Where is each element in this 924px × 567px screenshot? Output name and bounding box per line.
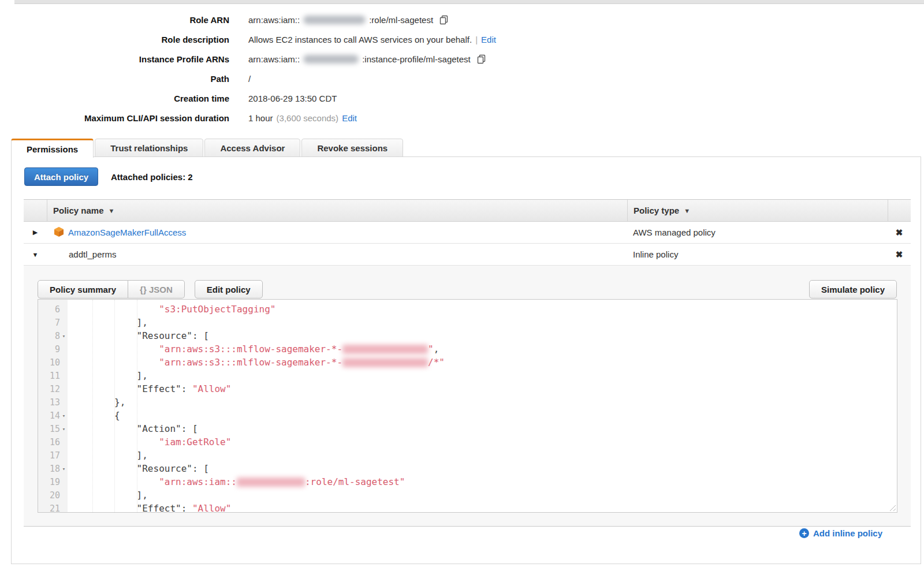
indent-guide	[114, 300, 115, 512]
code-line: "arn:aws:s3:::mlflow-sagemaker-*-/*"	[70, 356, 897, 369]
code-line: "arn:aws:s3:::mlflow-sagemaker-*-",	[70, 342, 897, 356]
gutter-line: 14▾	[38, 409, 68, 422]
gutter-line: 12	[38, 382, 68, 396]
plus-circle-icon: +	[799, 528, 809, 538]
edit-session-duration-link[interactable]: Edit	[342, 113, 357, 123]
code-line: ],	[70, 488, 897, 502]
sort-arrow-icon: ▼	[109, 207, 115, 214]
simulate-policy-button[interactable]: Simulate policy	[809, 280, 897, 299]
fold-arrow-icon[interactable]: ▾	[60, 333, 68, 339]
redacted-code	[237, 478, 305, 487]
instance-profile-label: Instance Profile ARNs	[0, 54, 229, 64]
redacted-account-id	[303, 16, 366, 24]
detail-row-role-description: Role description Allows EC2 instances to…	[0, 29, 924, 49]
gutter-line: 19	[38, 475, 68, 488]
code-line: "Resource": [	[70, 329, 897, 342]
gutter-line: 13	[38, 396, 68, 409]
gutter-line: 11	[38, 369, 68, 382]
policy-link[interactable]: AmazonSageMakerFullAccess	[68, 227, 186, 237]
tab-trust-relationships[interactable]: Trust relationships	[95, 139, 203, 157]
indent-guide	[137, 300, 137, 512]
attached-policies-count: Attached policies: 2	[111, 172, 193, 182]
code-line: "Resource": [	[70, 462, 897, 475]
remove-column-header	[888, 200, 911, 221]
policy-type-cell: AWS managed policy	[627, 227, 888, 237]
tab-permissions[interactable]: Permissions	[11, 139, 94, 158]
policy-view-switcher: Policy summary {} JSON Edit policy	[38, 280, 263, 299]
expand-toggle-expanded[interactable]: ▼	[24, 251, 47, 258]
policy-name-column-header[interactable]: Policy name▼	[47, 200, 627, 221]
code-line: ],	[70, 316, 897, 329]
edit-description-link[interactable]: Edit	[481, 35, 496, 44]
gutter-line: 17	[38, 449, 68, 462]
caret-down-icon: ▼	[32, 251, 39, 258]
indent-guide	[92, 300, 93, 512]
fold-arrow-icon[interactable]: ▾	[60, 413, 68, 419]
gutter-line: 18▾	[38, 462, 68, 475]
caret-right-icon: ▶	[33, 229, 38, 236]
gutter-line: 15▾	[38, 422, 68, 435]
json-view-button[interactable]: {} JSON	[128, 280, 185, 299]
detail-row-session-duration: Maximum CLI/API session duration 1 hour(…	[0, 108, 924, 128]
copy-icon[interactable]	[439, 15, 449, 25]
fold-arrow-icon[interactable]: ▾	[60, 426, 68, 432]
detail-row-creation-time: Creation time 2018-06-29 13:50 CDT	[0, 88, 924, 108]
table-row-managed-policy: ▶ AmazonSageMakerFullAccess AWS managed …	[24, 222, 911, 244]
fold-arrow-icon[interactable]: ▾	[60, 466, 68, 472]
creation-time-label: Creation time	[0, 94, 229, 103]
gutter-line: 8▾	[38, 329, 68, 342]
code-line: "Effect": "Allow"	[70, 502, 897, 513]
policy-name-cell: AmazonSageMakerFullAccess	[47, 226, 627, 239]
attach-policy-button[interactable]: Attach policy	[24, 167, 98, 186]
table-row-inline-policy: ▼ addtl_perms Inline policy ✖	[24, 244, 911, 266]
redacted-code	[342, 358, 428, 367]
policy-summary-button[interactable]: Policy summary	[38, 280, 128, 299]
policy-type-cell: Inline policy	[627, 249, 888, 259]
detail-row-role-arn: Role ARN arn:aws:iam:::role/ml-sagetest	[0, 10, 924, 29]
code-line: "Effect": "Allow"	[70, 382, 897, 396]
remove-policy-icon[interactable]: ✖	[888, 249, 911, 260]
expand-toggle-collapsed[interactable]: ▶	[24, 229, 47, 236]
session-duration-label: Maximum CLI/API session duration	[0, 113, 229, 123]
attach-row: Attach policy Attached policies: 2	[24, 167, 193, 186]
session-duration-value: 1 hour(3,600 seconds)Edit	[248, 113, 357, 123]
code-line: "arn:aws:iam:::role/ml-sagetest"	[70, 475, 897, 488]
role-arn-label: Role ARN	[0, 15, 229, 25]
add-inline-policy-link[interactable]: + Add inline policy	[799, 528, 882, 538]
inline-policy-detail: Policy summary {} JSON Edit policy Simul…	[24, 266, 911, 527]
code-line: ],	[70, 369, 897, 382]
policy-type-column-header[interactable]: Policy type▼	[627, 200, 888, 221]
tab-revoke-sessions[interactable]: Revoke sessions	[301, 139, 403, 157]
tab-access-advisor[interactable]: Access Advisor	[204, 139, 300, 157]
instance-profile-value: arn:aws:iam:::instance-profile/ml-sagete…	[248, 54, 486, 64]
creation-time-value: 2018-06-29 13:50 CDT	[248, 94, 337, 103]
code-line: "Action": [	[70, 422, 897, 435]
path-label: Path	[0, 74, 229, 84]
detail-row-instance-profile: Instance Profile ARNs arn:aws:iam:::inst…	[0, 49, 924, 69]
code-line: {	[70, 409, 897, 422]
table-header: Policy name▼ Policy type▼	[24, 199, 911, 222]
gutter-line: 9	[38, 342, 68, 356]
code-gutter: 678▾91011121314▾15▾161718▾192021	[38, 300, 68, 512]
sort-arrow-icon: ▼	[684, 207, 690, 214]
gutter-line: 10	[38, 356, 68, 369]
code-lines: "s3:PutObjectTagging" ], "Resource": [ "…	[68, 300, 897, 512]
policy-name-cell: addtl_perms	[47, 249, 627, 259]
permissions-panel: Attach policy Attached policies: 2 Polic…	[11, 156, 921, 564]
iam-role-detail-page: Role ARN arn:aws:iam:::role/ml-sagetest …	[0, 0, 924, 567]
copy-icon[interactable]	[476, 54, 486, 64]
policy-json-editor[interactable]: 678▾91011121314▾15▾161718▾192021 "s3:Put…	[38, 299, 897, 513]
edit-policy-button[interactable]: Edit policy	[195, 280, 263, 299]
detach-policy-icon[interactable]: ✖	[888, 227, 911, 238]
role-description-label: Role description	[0, 35, 229, 44]
gutter-line: 21	[38, 502, 68, 513]
gutter-line: 6	[38, 303, 68, 316]
attached-policies-table: Policy name▼ Policy type▼ ▶ AmazonSageMa…	[24, 199, 911, 527]
code-line: },	[70, 396, 897, 409]
code-line: "s3:PutObjectTagging"	[70, 303, 897, 316]
path-value: /	[248, 74, 251, 84]
code-line: "iam:GetRole"	[70, 435, 897, 449]
role-description-value: Allows EC2 instances to call AWS service…	[248, 35, 496, 44]
role-tabs: Permissions Trust relationships Access A…	[11, 139, 403, 158]
role-arn-value: arn:aws:iam:::role/ml-sagetest	[248, 15, 449, 25]
